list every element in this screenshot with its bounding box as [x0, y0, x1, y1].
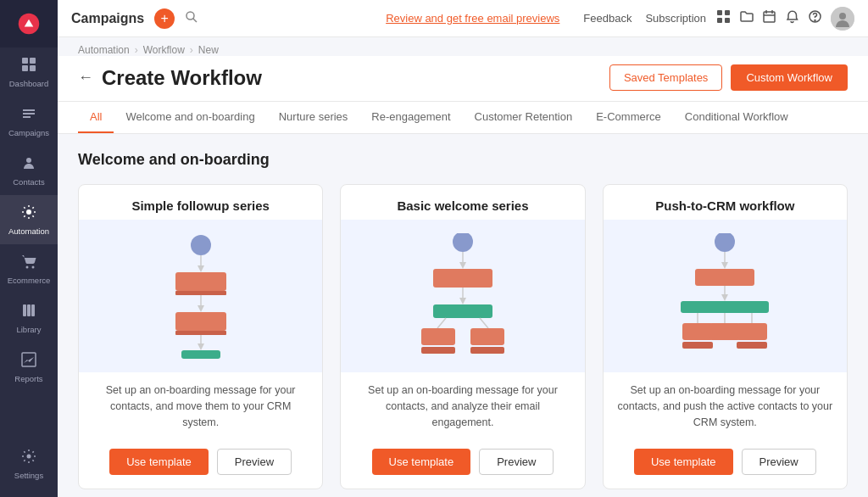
subscription-link[interactable]: Subscription — [645, 12, 706, 25]
template-card-2: Basic welcome series — [340, 184, 585, 489]
card-desc-2: Set up an on-boarding message for your c… — [341, 372, 584, 440]
sidebar-item-contacts[interactable]: Contacts — [0, 146, 58, 195]
svg-rect-59 — [681, 301, 769, 313]
sidebar-item-automation[interactable]: Automation — [0, 195, 58, 244]
breadcrumb-automation[interactable]: Automation — [78, 44, 130, 56]
breadcrumb: Automation › Workflow › New — [58, 37, 868, 56]
grid-icon[interactable] — [716, 9, 731, 28]
svg-rect-3 — [22, 65, 28, 71]
breadcrumb-workflow[interactable]: Workflow — [143, 44, 185, 56]
use-template-btn-2[interactable]: Use template — [372, 449, 471, 475]
card-visual-3 — [604, 220, 847, 372]
use-template-btn-3[interactable]: Use template — [634, 449, 733, 475]
svg-point-53 — [715, 233, 735, 252]
svg-rect-50 — [470, 328, 504, 345]
sidebar-label-library: Library — [16, 325, 41, 334]
svg-point-6 — [26, 209, 31, 215]
bell-icon[interactable] — [785, 9, 799, 28]
app-name: Campaigns — [71, 11, 144, 26]
sidebar-item-ecommerce[interactable]: Ecommerce — [0, 244, 58, 293]
svg-rect-43 — [433, 269, 492, 288]
page-title: Create Workflow — [102, 66, 262, 90]
sidebar: Dashboard Campaigns Contacts Automation — [0, 0, 58, 497]
custom-workflow-button[interactable]: Custom Workflow — [731, 64, 848, 91]
breadcrumb-sep-2: › — [190, 44, 193, 56]
svg-rect-19 — [725, 18, 730, 23]
tab-nurture-series[interactable]: Nurture series — [267, 102, 360, 133]
help-icon[interactable] — [808, 9, 822, 28]
svg-line-15 — [193, 18, 198, 22]
svg-marker-45 — [459, 298, 466, 304]
contacts-icon — [20, 154, 37, 174]
svg-point-27 — [839, 13, 846, 20]
tabs-bar: All Welcome and on-boarding Nurture seri… — [58, 102, 868, 134]
page-header-actions: Saved Templates Custom Workflow — [609, 64, 848, 91]
automation-icon — [20, 204, 37, 223]
saved-templates-button[interactable]: Saved Templates — [609, 64, 723, 91]
card-actions-3: Use template Preview — [604, 440, 847, 489]
tab-reengagement[interactable]: Re-engagement — [359, 102, 462, 133]
breadcrumb-current: New — [198, 44, 219, 56]
avatar[interactable] — [831, 7, 854, 31]
tab-ecommerce[interactable]: E-Commerce — [584, 102, 673, 133]
preview-btn-2[interactable]: Preview — [479, 449, 554, 475]
card-actions-2: Use template Preview — [341, 440, 584, 489]
svg-rect-1 — [22, 58, 28, 64]
search-icon[interactable] — [185, 10, 198, 27]
library-icon — [20, 302, 37, 321]
sidebar-item-library[interactable]: Library — [0, 293, 58, 343]
template-card-1: Simple followup series — [78, 184, 323, 489]
svg-rect-63 — [682, 323, 713, 340]
use-template-btn-1[interactable]: Use template — [109, 449, 209, 475]
back-button[interactable]: ← — [78, 69, 93, 87]
topnav: Campaigns + Review and get free email pr… — [58, 0, 868, 37]
sidebar-label-reports: Reports — [14, 374, 42, 383]
card-desc-3: Set up an on-boarding message for your c… — [604, 372, 847, 440]
topnav-actions: Feedback Subscription — [583, 12, 706, 25]
reports-icon — [20, 351, 37, 371]
svg-rect-56 — [695, 269, 754, 286]
tab-welcome-onboarding[interactable]: Welcome and on-boarding — [114, 102, 266, 133]
card-desc-1: Set up an on-boarding message for your c… — [79, 372, 322, 440]
sidebar-label-contacts: Contacts — [13, 177, 45, 187]
svg-rect-66 — [682, 342, 713, 349]
tab-conditional-workflow[interactable]: Conditional Workflow — [673, 102, 800, 133]
svg-rect-12 — [22, 353, 36, 366]
svg-marker-34 — [198, 305, 204, 312]
svg-rect-20 — [764, 12, 775, 22]
svg-rect-31 — [175, 272, 226, 291]
sidebar-item-campaigns[interactable]: Campaigns — [0, 97, 58, 146]
app-logo[interactable] — [0, 0, 58, 47]
promo-text[interactable]: Review and get free email previews — [386, 12, 559, 25]
sidebar-label-campaigns: Campaigns — [8, 128, 49, 137]
calendar-icon[interactable] — [762, 9, 776, 28]
settings-icon — [20, 448, 37, 467]
svg-rect-64 — [709, 323, 740, 340]
folder-icon[interactable] — [739, 9, 754, 28]
dashboard-icon — [20, 56, 37, 75]
svg-rect-4 — [30, 65, 36, 71]
preview-btn-1[interactable]: Preview — [217, 449, 292, 475]
svg-point-7 — [26, 266, 29, 269]
sidebar-item-reports[interactable]: Reports — [0, 343, 58, 392]
templates-section: Welcome and on-boarding Simple followup … — [58, 134, 868, 497]
sidebar-item-settings[interactable]: Settings — [0, 439, 58, 489]
add-button[interactable]: + — [154, 8, 175, 29]
tab-all[interactable]: All — [78, 102, 114, 133]
svg-point-8 — [32, 266, 35, 269]
sidebar-item-dashboard[interactable]: Dashboard — [0, 47, 58, 97]
feedback-link[interactable]: Feedback — [583, 12, 632, 25]
main-content: Campaigns + Review and get free email pr… — [58, 0, 868, 497]
svg-rect-35 — [175, 312, 226, 331]
svg-rect-10 — [27, 304, 31, 316]
svg-rect-52 — [470, 347, 504, 354]
svg-marker-42 — [459, 262, 466, 269]
preview-btn-3[interactable]: Preview — [742, 449, 816, 475]
tab-customer-retention[interactable]: Customer Retention — [463, 102, 585, 133]
svg-rect-39 — [181, 350, 220, 359]
content-area: Automation › Workflow › New ← Create Wor… — [58, 37, 868, 497]
sidebar-label-dashboard: Dashboard — [9, 79, 48, 88]
page-header: ← Create Workflow Saved Templates Custom… — [58, 56, 868, 102]
svg-rect-51 — [421, 347, 455, 354]
svg-rect-17 — [725, 10, 730, 15]
